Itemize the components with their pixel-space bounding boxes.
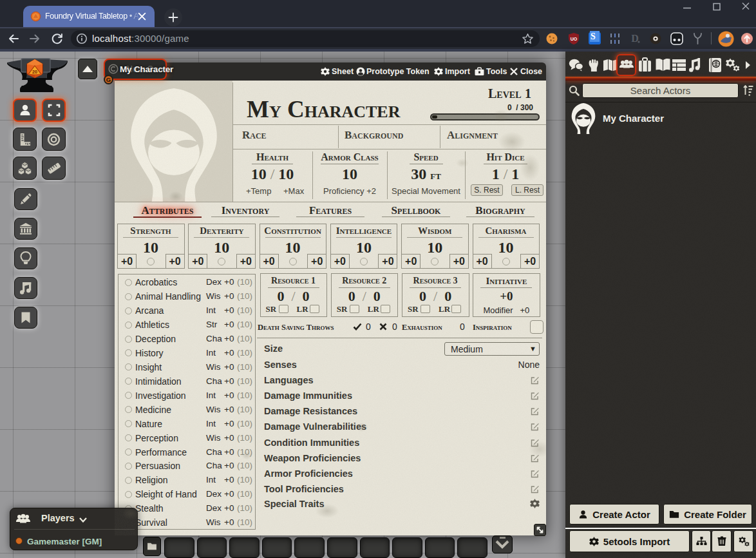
svg-text:20: 20 xyxy=(32,70,37,74)
svg-text:UO: UO xyxy=(571,37,578,41)
svg-text:D: D xyxy=(631,33,639,44)
